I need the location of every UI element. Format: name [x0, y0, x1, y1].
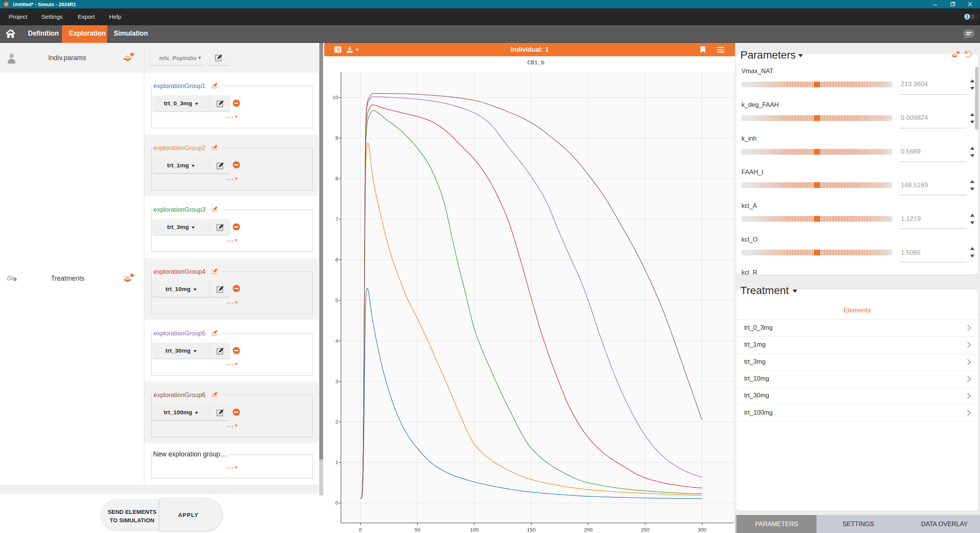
svg-text:7: 7: [335, 216, 338, 222]
svg-text:4: 4: [335, 338, 338, 344]
svg-text:6: 6: [335, 257, 338, 263]
svg-text:150: 150: [527, 527, 536, 533]
svg-text:3: 3: [335, 379, 338, 384]
svg-text:300: 300: [698, 527, 707, 533]
svg-text:50: 50: [415, 527, 420, 533]
svg-text:200: 200: [584, 527, 593, 533]
svg-text:1: 1: [335, 459, 338, 465]
svg-text:100: 100: [470, 527, 479, 533]
svg-text:250: 250: [641, 527, 650, 533]
svg-text:9: 9: [335, 135, 338, 141]
svg-text:2: 2: [335, 419, 338, 425]
svg-text:10: 10: [333, 95, 338, 100]
svg-text:8: 8: [335, 176, 338, 181]
svg-text:0: 0: [335, 500, 338, 506]
svg-text:0: 0: [359, 527, 362, 533]
svg-text:5: 5: [335, 298, 338, 303]
